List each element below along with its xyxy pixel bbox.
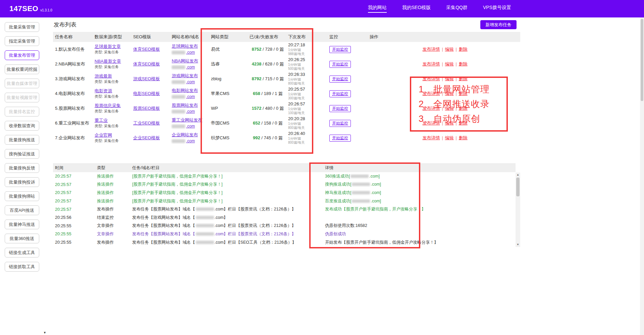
log-detail-text: 百度推送成功[ bbox=[325, 199, 351, 203]
publish-rate: 1分钟/篇 bbox=[288, 63, 327, 67]
start-monitor-button[interactable]: 开始监控 bbox=[329, 120, 351, 127]
sidebar-item[interactable]: 搜狗验证推送 bbox=[5, 149, 39, 159]
seo-template-link[interactable]: 体育SEO模板 bbox=[133, 47, 170, 52]
sidebar-item[interactable]: 批量搜狗推送 bbox=[5, 135, 39, 145]
sidebar-item[interactable]: 收录数据查询 bbox=[5, 121, 39, 131]
sidebar-item[interactable]: 链接抓取工具 bbox=[5, 262, 39, 272]
seo-template-link[interactable]: 体育SEO模板 bbox=[133, 61, 170, 67]
censored-domain-blur bbox=[196, 207, 214, 211]
seo-template-link[interactable]: 游戏SEO模板 bbox=[133, 76, 170, 82]
site-name-link[interactable]: 足球网站发布 bbox=[172, 44, 209, 49]
edit-link[interactable]: 编辑 bbox=[445, 47, 454, 52]
sidebar-item[interactable]: 链接生成工具 bbox=[5, 248, 39, 257]
data-source-cell: 重工业 类型: 采集任务 bbox=[93, 116, 131, 131]
delete-link[interactable]: 删除 bbox=[459, 76, 468, 82]
data-source-link[interactable]: NBA最新文章 bbox=[95, 59, 131, 64]
site-name-link[interactable]: 重工业网站发布 bbox=[172, 117, 209, 123]
publish-rate: 1分钟/篇 bbox=[288, 137, 327, 141]
domain-suffix: .com bbox=[186, 124, 195, 129]
separator bbox=[442, 136, 443, 141]
sidebar-item[interactable]: 批量搜狗投诉 bbox=[5, 177, 39, 187]
publish-details-link[interactable]: 发布详情 bbox=[422, 47, 440, 52]
start-monitor-button[interactable]: 开始监控 bbox=[329, 61, 351, 68]
edit-link[interactable]: 编辑 bbox=[445, 121, 454, 126]
data-source-link[interactable]: 重工业 bbox=[95, 118, 131, 123]
publish-details-link[interactable]: 发布详情 bbox=[422, 135, 440, 141]
data-source-link[interactable]: 电影资源 bbox=[95, 88, 131, 94]
site-name-link[interactable]: 股票网站发布 bbox=[172, 103, 209, 108]
log-type: 推送操作 bbox=[97, 174, 114, 179]
start-monitor-button[interactable]: 开始监控 bbox=[329, 135, 351, 142]
publish-details-link[interactable]: 发布详情 bbox=[422, 61, 440, 67]
log-type: 发布操作 bbox=[97, 240, 114, 245]
delete-link[interactable]: 删除 bbox=[459, 106, 468, 111]
site-cell: 重工业网站发布 .com bbox=[170, 116, 209, 131]
seo-template-link[interactable]: 股票SEO模板 bbox=[133, 106, 170, 111]
delete-link[interactable]: 删除 bbox=[459, 121, 468, 126]
sidebar-item[interactable]: 批量神马推送 bbox=[5, 220, 39, 229]
task-name: 4.电影网站发布 bbox=[55, 91, 93, 96]
sidebar-item[interactable]: 批量发布管理 bbox=[5, 50, 39, 60]
start-monitor-button[interactable]: 开始监控 bbox=[329, 105, 351, 112]
topnav-item[interactable]: 我的SEO模版 bbox=[402, 5, 431, 13]
page-scrollbar[interactable] bbox=[640, 17, 644, 335]
next-publish-time: 20:26:33 bbox=[288, 72, 327, 77]
sidebar-item[interactable]: 批量搜狗绑站 bbox=[5, 191, 39, 201]
scroll-up-icon[interactable] bbox=[516, 173, 520, 177]
log-scrollbar[interactable] bbox=[516, 173, 520, 247]
start-monitor-button[interactable]: 开始监控 bbox=[329, 90, 351, 97]
topnav-item[interactable]: 我的网站 bbox=[368, 5, 387, 13]
sidebar-scroll-down-icon[interactable]: ▼ bbox=[43, 331, 46, 334]
edit-link[interactable]: 编辑 bbox=[445, 135, 454, 141]
scroll-down-icon[interactable] bbox=[516, 242, 520, 247]
log-scrollbar-thumb[interactable] bbox=[516, 178, 520, 196]
topnav-item[interactable]: VPS拨号设置 bbox=[483, 5, 511, 13]
log-time: 20:25:57 bbox=[55, 199, 71, 203]
edit-link[interactable]: 编辑 bbox=[445, 76, 454, 82]
new-publish-task-button[interactable]: 新增发布任务 bbox=[480, 20, 517, 29]
site-name-link[interactable]: 电影网站发布 bbox=[172, 88, 209, 93]
data-source-cell: 电影资源 类型: 采集任务 bbox=[93, 86, 131, 101]
publish-details-link[interactable]: 发布详情 bbox=[422, 106, 440, 111]
pending-failed-counts: / 728 / 0 篇 bbox=[261, 47, 284, 52]
topnav-item-label: 我的网站 bbox=[368, 5, 387, 10]
page-scrollbar-thumb[interactable] bbox=[641, 19, 643, 101]
sidebar: 批量采集管理 指定采集管理 批量发布管理 批量权重词挖掘 批量自媒体管理 批量短… bbox=[0, 17, 50, 335]
delete-link[interactable]: 删除 bbox=[459, 91, 468, 96]
publish-details-link[interactable]: 发布详情 bbox=[422, 121, 440, 126]
data-source-link[interactable]: 足球最新文章 bbox=[95, 44, 131, 49]
edit-link[interactable]: 编辑 bbox=[445, 106, 454, 111]
seo-template-link[interactable]: 工业SEO模板 bbox=[133, 121, 170, 126]
sidebar-item[interactable]: 批量搜狗反馈 bbox=[5, 163, 39, 173]
seo-template-link[interactable]: 电影SEO模板 bbox=[133, 91, 170, 96]
separator bbox=[456, 121, 457, 126]
sidebar-item[interactable]: 批量权重词挖掘 bbox=[5, 64, 39, 74]
app-body: 批量采集管理 指定采集管理 批量发布管理 批量权重词挖掘 批量自媒体管理 批量短… bbox=[0, 17, 644, 335]
site-name-link[interactable]: NBA网站发布 bbox=[172, 58, 209, 64]
log-task-text: .com】栏目【股票资讯（文档：2126条）】 bbox=[215, 232, 296, 236]
delete-link[interactable]: 删除 bbox=[459, 135, 468, 141]
publish-details-link[interactable]: 发布详情 bbox=[422, 76, 440, 82]
publish-details-link[interactable]: 发布详情 bbox=[422, 91, 440, 96]
seo-template-link[interactable]: 企业SEO模板 bbox=[133, 135, 170, 141]
topnav-item-label: VPS拨号设置 bbox=[483, 5, 511, 10]
topnav-item[interactable]: 采集QQ群 bbox=[446, 5, 468, 13]
delete-link[interactable]: 删除 bbox=[459, 61, 468, 67]
edit-link[interactable]: 编辑 bbox=[445, 91, 454, 96]
edit-link[interactable]: 编辑 bbox=[445, 61, 454, 67]
sidebar-item[interactable]: 指定采集管理 bbox=[5, 36, 39, 46]
start-monitor-button[interactable]: 开始监控 bbox=[329, 76, 351, 83]
next-publish-cell: 20:20:28 1分钟/篇 800篇/每天 bbox=[286, 116, 327, 131]
data-source-link[interactable]: 企业官网 bbox=[95, 133, 131, 138]
site-name-link[interactable]: 企业网站发布 bbox=[172, 132, 209, 138]
site-name-link[interactable]: 游戏网站发布 bbox=[172, 73, 209, 79]
data-source-link[interactable]: 游戏最新 bbox=[95, 74, 131, 79]
sidebar-item[interactable]: 批量360推送 bbox=[5, 234, 39, 243]
data-source-link[interactable]: 股票信息采集 bbox=[95, 103, 131, 108]
separator bbox=[442, 106, 443, 111]
sidebar-item[interactable]: 百度API推送 bbox=[5, 205, 39, 215]
sidebar-item[interactable]: 批量采集管理 bbox=[5, 22, 39, 32]
start-monitor-button[interactable]: 开始监控 bbox=[329, 46, 351, 53]
delete-link[interactable]: 删除 bbox=[459, 47, 468, 52]
sidebar-item-label: 百度API推送 bbox=[10, 208, 34, 213]
